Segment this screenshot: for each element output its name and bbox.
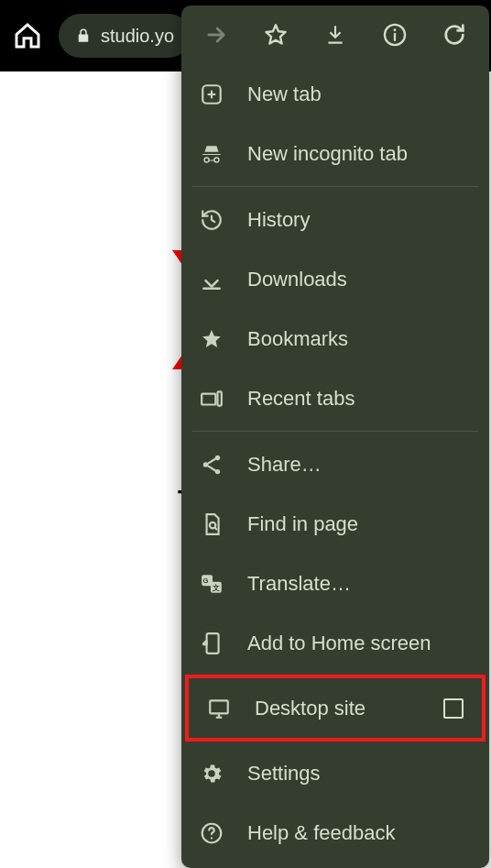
menu-label: Desktop site (255, 697, 420, 720)
svg-text:G: G (203, 576, 209, 584)
svg-rect-10 (218, 391, 222, 405)
menu-item-new-tab[interactable]: New tab (181, 64, 489, 124)
menu-item-bookmarks[interactable]: Bookmarks (181, 309, 489, 368)
menu-item-recent-tabs[interactable]: Recent tabs (181, 368, 489, 428)
url-text: studio.yo (101, 26, 174, 47)
menu-action-row (181, 5, 489, 64)
lock-icon (75, 27, 90, 45)
bookmarks-icon (200, 327, 224, 351)
info-icon[interactable] (369, 9, 420, 60)
menu-item-help[interactable]: Help & feedback (181, 803, 489, 863)
menu-item-settings[interactable]: Settings (181, 743, 489, 803)
settings-icon (200, 762, 224, 786)
desktop-site-checkbox[interactable] (443, 698, 464, 719)
refresh-icon[interactable] (429, 9, 480, 60)
menu-item-add-home[interactable]: Add to Home screen (181, 613, 489, 673)
url-bar[interactable]: studio.yo (59, 14, 191, 58)
svg-point-8 (215, 158, 218, 160)
home-icon[interactable] (13, 21, 42, 50)
share-icon (200, 453, 224, 477)
add-home-icon (200, 632, 224, 655)
menu-item-history[interactable]: History (181, 190, 489, 249)
annotation-highlight: Desktop site (185, 675, 486, 742)
menu-item-downloads[interactable]: Downloads (181, 249, 489, 309)
menu-label: Find in page (247, 512, 471, 536)
menu-item-find[interactable]: Find in page (181, 494, 489, 554)
menu-label: Bookmarks (247, 327, 471, 351)
desktop-icon (207, 697, 231, 720)
menu-label: Recent tabs (247, 387, 471, 411)
download-icon[interactable] (310, 9, 361, 60)
menu-label: New tab (247, 82, 471, 106)
menu-item-translate[interactable]: G文 Translate… (181, 554, 489, 613)
incognito-icon (200, 142, 224, 166)
new-tab-icon (200, 82, 224, 106)
menu-label: Translate… (247, 572, 471, 596)
menu-label: Help & feedback (247, 821, 471, 845)
browser-overflow-menu: New tab New incognito tab History Downlo… (181, 5, 489, 868)
svg-text:文: 文 (212, 584, 220, 592)
menu-label: History (247, 208, 471, 232)
menu-item-share[interactable]: Share… (181, 434, 489, 494)
menu-label: Add to Home screen (247, 632, 471, 655)
history-icon (200, 208, 224, 232)
svg-rect-21 (210, 700, 228, 713)
menu-label: Share… (247, 453, 471, 477)
menu-divider (192, 431, 478, 432)
svg-rect-20 (207, 633, 219, 654)
svg-point-25 (211, 837, 213, 839)
forward-icon[interactable] (191, 9, 242, 60)
recent-tabs-icon (200, 387, 224, 411)
menu-label: New incognito tab (247, 142, 471, 166)
menu-label: Settings (247, 762, 471, 786)
menu-label: Downloads (247, 268, 471, 291)
translate-icon: G文 (200, 572, 224, 596)
menu-divider (192, 186, 478, 187)
menu-item-desktop-site[interactable]: Desktop site (189, 678, 482, 738)
menu-item-incognito[interactable]: New incognito tab (181, 124, 489, 183)
svg-point-7 (205, 158, 208, 160)
bookmark-star-icon[interactable] (250, 9, 301, 60)
find-icon (200, 512, 224, 536)
svg-rect-9 (202, 393, 215, 404)
downloads-icon (200, 268, 224, 291)
help-icon (200, 821, 224, 845)
svg-point-3 (393, 28, 396, 31)
svg-line-15 (214, 527, 217, 530)
